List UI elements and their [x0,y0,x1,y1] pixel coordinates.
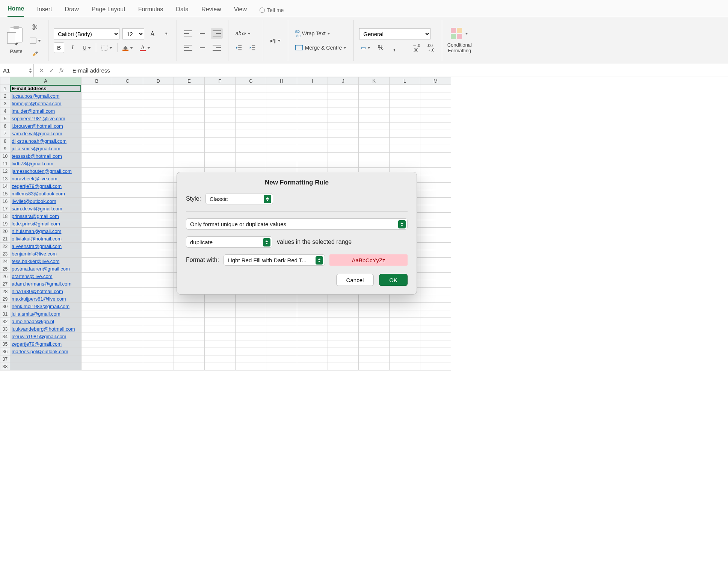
email-link[interactable]: tess.bakker@live.com [12,259,59,264]
cell[interactable] [390,310,420,318]
cell[interactable] [174,355,205,363]
tab-review[interactable]: Review [201,4,221,17]
cell[interactable] [143,363,174,370]
tab-data[interactable]: Data [176,4,189,17]
cell[interactable] [420,243,451,250]
ok-button[interactable]: OK [379,274,408,286]
cell[interactable] [205,160,236,168]
cell[interactable] [420,85,451,92]
tab-draw[interactable]: Draw [65,4,79,17]
cell[interactable] [297,340,328,348]
cell[interactable] [143,213,174,220]
row-header[interactable]: 38 [0,363,10,370]
cell[interactable] [328,130,359,138]
cell[interactable] [112,228,143,235]
cell[interactable] [359,130,390,138]
cell[interactable] [205,340,236,348]
column-header-C[interactable]: C [112,77,143,85]
bold-button[interactable]: B [54,42,64,53]
cell[interactable]: noravbeek@live.com [10,175,82,183]
cell[interactable] [205,145,236,153]
paste-button[interactable] [10,27,23,45]
row-header[interactable]: 27 [0,280,10,288]
cell[interactable] [205,107,236,115]
cell[interactable] [420,228,451,235]
row-header[interactable]: 14 [0,183,10,190]
cell[interactable] [143,168,174,175]
column-header-I[interactable]: I [297,77,328,85]
cell[interactable] [143,145,174,153]
namebox-up[interactable] [29,68,32,70]
row-header[interactable]: 36 [0,348,10,355]
email-link[interactable]: millems83@outlook.com [12,191,65,197]
cell[interactable] [236,138,266,145]
cell[interactable]: tesssssb@hotmail.com [10,153,82,160]
row-header[interactable]: 16 [0,198,10,205]
row-header[interactable]: 10 [0,153,10,160]
align-left-button[interactable] [182,42,194,53]
cell[interactable] [236,130,266,138]
cell[interactable] [297,363,328,370]
cell[interactable] [266,100,297,107]
cell[interactable] [143,220,174,228]
cell[interactable] [359,363,390,370]
cell[interactable] [420,198,451,205]
cell[interactable] [236,310,266,318]
cell[interactable] [420,280,451,288]
cell[interactable] [420,235,451,243]
cell[interactable] [143,235,174,243]
cell[interactable] [420,160,451,168]
cell[interactable] [390,355,420,363]
column-header-M[interactable]: M [420,77,451,85]
cell[interactable] [205,333,236,340]
email-link[interactable]: maxkuijpers81@live.com [12,296,66,302]
cell[interactable] [359,92,390,100]
email-link[interactable]: o.liviakui@hotmail.com [12,236,62,242]
row-header[interactable]: 26 [0,273,10,280]
tab-home[interactable]: Home [8,3,24,17]
row-header[interactable]: 12 [0,168,10,175]
row-header[interactable]: 13 [0,175,10,183]
align-top-button[interactable] [182,28,194,39]
cell[interactable] [390,340,420,348]
cell[interactable] [10,363,82,370]
cell[interactable] [390,138,420,145]
cell[interactable] [82,115,112,122]
cell[interactable] [82,153,112,160]
cell[interactable]: o.liviakui@hotmail.com [10,235,82,243]
column-header-K[interactable]: K [359,77,390,85]
email-link[interactable]: postma.lauren@gmail.com [12,266,70,272]
cell[interactable] [143,153,174,160]
cell[interactable] [390,115,420,122]
align-bottom-button[interactable] [211,28,223,39]
cell[interactable] [112,333,143,340]
cell[interactable] [420,100,451,107]
cell[interactable] [112,310,143,318]
cell[interactable] [420,145,451,153]
row-header[interactable]: 19 [0,220,10,228]
cell[interactable] [359,295,390,303]
cell[interactable]: livvliet@outlook.com [10,198,82,205]
cell[interactable] [82,168,112,175]
email-link[interactable]: julia.smits@gmail.com [12,146,60,151]
cell[interactable] [174,348,205,355]
email-link[interactable]: lmulder@gmail.com [12,108,55,114]
cell[interactable] [82,100,112,107]
row-header[interactable]: 5 [0,115,10,122]
cell[interactable] [112,243,143,250]
cell[interactable] [112,190,143,198]
column-header-F[interactable]: F [205,77,236,85]
cell[interactable] [420,303,451,310]
cell[interactable] [143,265,174,273]
cell[interactable] [266,138,297,145]
cell[interactable] [143,205,174,213]
cell[interactable] [328,295,359,303]
cell[interactable] [420,92,451,100]
cell[interactable]: henk.mol1983@gmail.com [10,303,82,310]
cell[interactable] [297,130,328,138]
column-header-D[interactable]: D [143,77,174,85]
cell[interactable] [143,175,174,183]
cell[interactable] [112,318,143,325]
cell[interactable] [328,122,359,130]
email-link[interactable]: a.veenstra@gmail.com [12,243,62,249]
